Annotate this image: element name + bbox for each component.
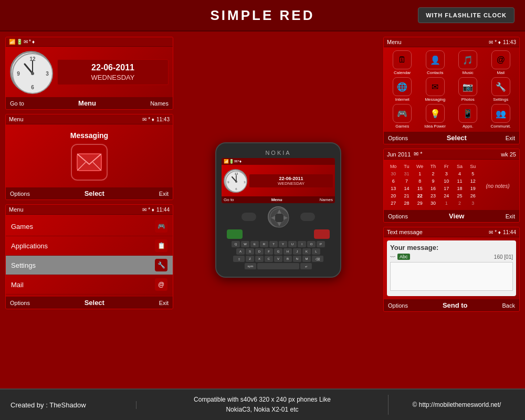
phone-call-button[interactable]	[227, 229, 243, 239]
menu-list-header-left: Menu	[9, 206, 24, 213]
calendar-week: wk 25	[501, 151, 516, 158]
menu-item-applications[interactable]: Applications 📋	[6, 236, 173, 256]
phone-key-o[interactable]: O	[307, 241, 316, 247]
phone-key-z[interactable]: Z	[246, 256, 254, 262]
phone-key-l[interactable]: L	[312, 248, 320, 255]
text-msg-title: Your message:	[390, 244, 513, 251]
phone-key-e[interactable]: E	[250, 241, 259, 247]
cal-30b: 30	[427, 200, 439, 207]
cal-13: 13	[387, 185, 400, 192]
phone-key-row-2: A S D F G H J K L	[222, 248, 335, 255]
icon-cell-internet[interactable]: 🌐 Internet	[387, 77, 418, 102]
messaging-footer-right: Exit	[159, 191, 169, 197]
icon-grid-body: 🗓 Calendar 👤 Contacts 🎵 Music @ Mail 🌐	[384, 47, 519, 132]
phone-key-c[interactable]: C	[265, 256, 273, 262]
phone-end-button[interactable]	[314, 229, 330, 239]
icon-cell-messaging[interactable]: ✉ Messaging	[420, 77, 451, 102]
phone-key-x[interactable]: X	[255, 256, 264, 262]
icon-cell-calendar[interactable]: 🗓 Calendar	[387, 50, 418, 75]
phone-key-shift[interactable]: ⇧	[233, 256, 245, 262]
text-msg-input[interactable]	[390, 262, 513, 291]
cal-header-sa: Sa	[453, 163, 466, 170]
phone-key-sym[interactable]: sym	[245, 263, 256, 269]
phone-key-i[interactable]: I	[298, 241, 306, 247]
calendar-week4: 20 21 22 23 24 25 26	[387, 192, 479, 200]
phone-key-backspace[interactable]: ⌫	[312, 256, 323, 262]
menu-item-mail[interactable]: Mail @	[6, 275, 173, 295]
phone-key-g[interactable]: G	[274, 248, 282, 255]
calendar-body: Mo Tu We Th Fr Sa Su 30 31 1 2	[384, 160, 519, 210]
clock-footer-center: Menu	[78, 99, 96, 107]
icon-cell-mail[interactable]: @ Mail	[486, 50, 517, 75]
menu-item-settings[interactable]: Settings 🔧	[6, 256, 173, 275]
calendar-panel: Jun 2011 ✉ * wk 25 Mo Tu We Th Fr Sa	[383, 149, 520, 223]
menu-item-games[interactable]: Games 🎮	[6, 217, 173, 236]
calendar-week3: 13 14 15 16 17 18 19	[387, 185, 479, 192]
cal-19: 19	[467, 185, 479, 192]
cal-22-today: 22	[414, 192, 426, 200]
phone-key-n[interactable]: N	[293, 256, 301, 262]
messaging-header-time: 11:43	[156, 117, 170, 122]
phone-key-space[interactable]	[257, 263, 299, 269]
phone-key-f[interactable]: F	[265, 248, 273, 255]
icon-cell-games[interactable]: 🎮 Games	[387, 104, 418, 129]
icon-music-label: Music	[463, 70, 474, 75]
icon-grid-footer-right: Exit	[506, 135, 515, 141]
phone-key-q[interactable]: Q	[232, 241, 240, 247]
menu-list-footer: Options Select Exit	[6, 297, 173, 309]
cal-17: 17	[440, 185, 453, 192]
calendar-icons: ✉ *	[414, 151, 422, 158]
phone-mockup: NOKIA 📶🔋✉*♦ 12 3 6 9	[215, 142, 341, 278]
cal-28: 28	[400, 200, 413, 207]
calendar-week1: 30 31 1 2 3 4 5	[387, 170, 479, 177]
svg-point-7	[31, 72, 34, 75]
icon-contacts: 👤	[426, 50, 445, 69]
center-column: NOKIA 📶🔋✉*♦ 12 3 6 9	[178, 37, 378, 383]
icon-cell-contacts[interactable]: 👤 Contacts	[420, 50, 451, 75]
phone-soft-right[interactable]	[300, 213, 315, 221]
phone-key-k[interactable]: K	[302, 248, 311, 255]
phone-key-t[interactable]: T	[269, 241, 278, 247]
phone-key-b[interactable]: B	[284, 256, 292, 262]
cal-24: 24	[440, 192, 453, 200]
text-msg-meta: 〰 Abc 160 [01]	[390, 254, 513, 260]
phone-key-p[interactable]: P	[317, 241, 325, 247]
icon-grid-panel: Menu ✉ * ♦ 11:43 🗓 Calendar 👤 Contacts 🎵	[383, 37, 520, 144]
phone-key-r[interactable]: R	[260, 241, 268, 247]
messaging-title: Messaging	[70, 131, 108, 140]
svg-text:9: 9	[17, 71, 20, 77]
phone-key-j[interactable]: J	[293, 248, 301, 255]
cal-3b: 3	[467, 200, 479, 207]
phone-key-enter[interactable]: ↵	[300, 263, 312, 269]
icon-idea-label: Idea Power	[425, 124, 446, 129]
phone-dpad[interactable]	[268, 206, 289, 227]
text-msg-wave-icon: 〰	[390, 254, 395, 260]
icon-cell-community[interactable]: 👥 Communit.	[486, 104, 517, 129]
phone-key-a[interactable]: A	[236, 248, 245, 255]
phone-key-y[interactable]: Y	[279, 241, 287, 247]
clock-body: 12 3 6 9 22-06-2011 WEDNESDAY	[6, 47, 173, 97]
clock-panel: 📶🔋✉*♦ 12 3 6 9	[5, 37, 173, 110]
phone-key-m[interactable]: M	[302, 256, 311, 262]
phone-key-s[interactable]: S	[246, 248, 254, 255]
phone-key-h[interactable]: H	[284, 248, 292, 255]
phone-key-u[interactable]: U	[288, 241, 297, 247]
phone-key-w[interactable]: W	[241, 241, 249, 247]
header-title: SIMPLE RED	[211, 7, 315, 24]
phone-soft-left[interactable]	[242, 213, 256, 221]
menu-list-footer-left: Options	[10, 300, 30, 306]
icon-grid-header-left: Menu	[387, 39, 402, 45]
messaging-header-icons: ✉ * ♦	[142, 117, 154, 122]
icon-cell-apps[interactable]: 📱 Apps.	[453, 104, 484, 129]
icon-cell-settings[interactable]: 🔧 Settings	[486, 77, 517, 102]
icon-cell-photos[interactable]: 📷 Photos	[453, 77, 484, 102]
cal-header-mo: Mo	[387, 163, 400, 170]
text-msg-abc: Abc	[397, 254, 410, 260]
phone-key-d[interactable]: D	[255, 248, 264, 255]
cal-8: 8	[414, 177, 426, 185]
icon-cell-idea[interactable]: 💡 Idea Power	[420, 104, 451, 129]
phone-key-v[interactable]: V	[274, 256, 282, 262]
icon-cell-music[interactable]: 🎵 Music	[453, 50, 484, 75]
cal-header-fr: Fr	[440, 163, 453, 170]
icon-grid-footer-left: Options	[388, 135, 408, 141]
